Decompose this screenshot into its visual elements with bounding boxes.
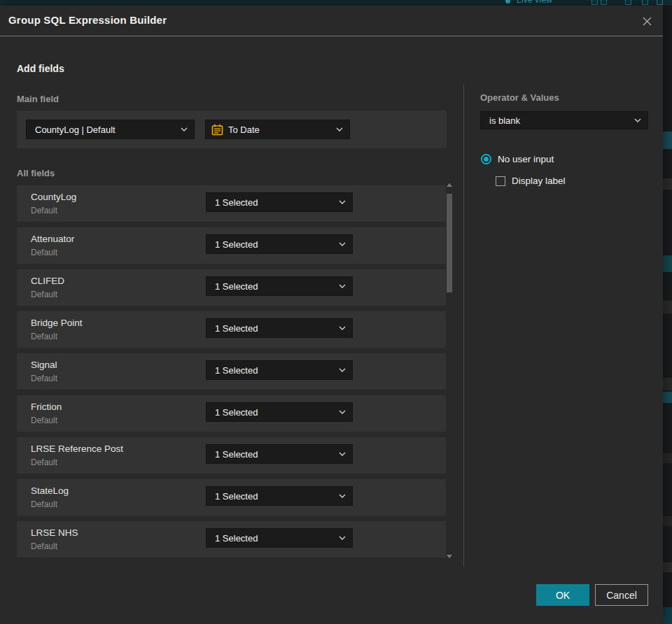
field-row: CLIFED Default 1 Selected [17,269,446,306]
toolbar-icon [592,0,598,5]
background-fragment [663,132,672,149]
background-fragment [663,255,672,272]
radio-dot [484,157,489,162]
field-selection-value: 1 Selected [215,197,258,208]
checkbox-unchecked-icon [496,176,505,186]
display-label-checkbox[interactable]: Display label [496,176,566,186]
background-app-right-strip [663,6,672,624]
chevron-down-icon [339,410,346,414]
background-fragment [663,516,672,526]
field-subtitle: Default [31,332,57,341]
field-row: Signal Default 1 Selected [17,353,446,390]
field-name: Friction [31,402,62,412]
fields-list-scrollbar[interactable] [447,182,452,560]
no-user-input-radio[interactable]: No user input [481,154,554,164]
background-fragment [663,392,672,403]
operator-select[interactable]: is blank [480,111,648,129]
field-subtitle: Default [31,374,57,383]
field-selection-value: 1 Selected [215,533,258,544]
field-selection-value: 1 Selected [215,407,258,418]
field-selection-select[interactable]: 1 Selected [206,528,353,548]
field-name: CLIFED [31,276,64,286]
radio-selected-icon [481,154,491,164]
toolbar-icon [642,0,648,5]
screen: Live view Group SQL Expression Builder A [0,0,672,624]
chevron-down-icon [339,326,346,330]
chevron-down-icon [339,452,346,456]
chevron-down-icon [336,127,343,132]
field-row: StateLog Default 1 Selected [17,479,446,516]
field-subtitle: Default [31,541,57,551]
background-fragment [663,301,672,313]
field-name: LRSE Reference Post [31,444,123,454]
dialog-title: Group SQL Expression Builder [8,14,167,26]
field-name: Attenuator [31,234,74,244]
field-row: Bridge Point Default 1 Selected [17,311,446,348]
field-selection-select[interactable]: 1 Selected [206,192,353,212]
background-app-top-strip: Live view [0,0,672,6]
field-selection-select[interactable]: 1 Selected [206,486,353,506]
display-label-label: Display label [512,176,566,186]
live-view-dot-icon [505,0,510,3]
field-selection-value: 1 Selected [215,323,258,334]
chevron-down-icon [339,536,346,540]
field-selection-value: 1 Selected [215,239,258,250]
field-selection-select[interactable]: 1 Selected [206,318,353,338]
chevron-down-icon [339,242,346,246]
field-row: CountyLog Default 1 Selected [17,185,446,222]
operator-select-value: is blank [489,115,520,126]
field-subtitle: Default [31,206,57,215]
field-selection-select[interactable]: 1 Selected [206,276,353,296]
chevron-down-icon [339,494,346,498]
cancel-button[interactable]: Cancel [595,584,648,606]
dialog-titlebar: Group SQL Expression Builder [0,6,663,36]
main-field-select-value: CountyLog | Default [35,125,115,135]
field-selection-select[interactable]: 1 Selected [206,360,353,380]
field-selection-select[interactable]: 1 Selected [206,402,353,422]
field-name: StateLog [31,485,69,496]
background-fragment [663,453,672,463]
field-selection-value: 1 Selected [215,365,258,376]
toolbar-icon [601,0,607,5]
field-subtitle: Default [31,248,57,257]
field-selection-value: 1 Selected [215,281,258,292]
field-selection-select[interactable]: 1 Selected [206,234,353,254]
field-name: CountyLog [31,192,76,202]
background-fragment [663,607,672,624]
calendar-icon [211,124,223,136]
field-subtitle: Default [31,458,57,467]
field-selection-value: 1 Selected [215,491,258,502]
main-field-type-select[interactable]: To Date [205,120,350,139]
toolbar-icon [625,0,631,5]
scrollbar-thumb[interactable] [447,194,452,292]
field-row: LRSE NHS Default 1 Selected [17,521,446,558]
field-subtitle: Default [31,416,57,425]
live-view-label: Live view [517,0,552,5]
field-name: Bridge Point [31,318,83,328]
main-field-row: CountyLog | Default To Date [17,111,447,148]
ok-button[interactable]: OK [536,584,589,606]
chevron-down-icon [634,118,641,122]
close-button[interactable] [637,11,657,31]
panel-divider [463,84,464,567]
scroll-down-icon[interactable] [447,555,452,558]
field-selection-select[interactable]: 1 Selected [206,444,353,464]
chevron-down-icon [339,368,346,372]
field-row: Friction Default 1 Selected [17,395,446,432]
field-subtitle: Default [31,290,57,299]
close-icon [642,16,652,27]
background-fragment [663,562,672,572]
field-subtitle: Default [31,499,57,509]
main-field-select[interactable]: CountyLog | Default [26,120,195,139]
chevron-down-icon [339,200,346,204]
background-fragment [663,378,672,390]
scroll-up-icon[interactable] [447,183,452,187]
field-name: Signal [31,360,57,370]
field-selection-value: 1 Selected [215,449,258,460]
no-user-input-label: No user input [498,154,554,164]
group-sql-expression-builder-dialog: Group SQL Expression Builder Add fields … [0,6,663,624]
main-field-type-value: To Date [228,125,260,135]
add-fields-heading: Add fields [17,63,64,74]
background-fragment [663,178,672,190]
all-fields-label: All fields [17,168,55,178]
